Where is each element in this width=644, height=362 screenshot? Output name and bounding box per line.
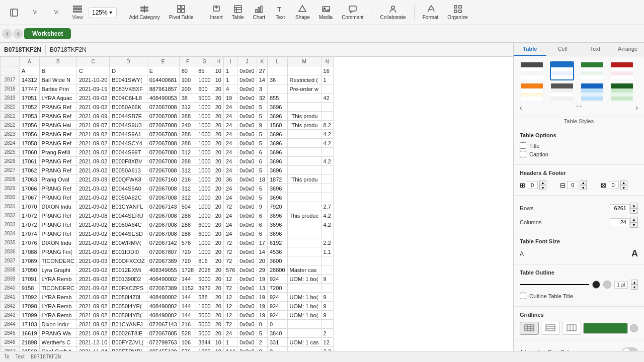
table-cell[interactable]: 17074 <box>20 229 40 238</box>
shape-btn[interactable]: Shape <box>291 3 314 22</box>
table-cell[interactable]: 1.1 <box>321 247 333 256</box>
table-cell[interactable]: 6 <box>257 229 267 238</box>
font-increase-btn[interactable]: A <box>631 248 638 259</box>
table-cell[interactable]: 20 <box>213 139 223 148</box>
table-cell[interactable]: 106 <box>179 338 196 347</box>
table-cell[interactable]: 24 <box>223 157 237 166</box>
table-cell[interactable]: 16619 <box>20 329 40 338</box>
table-cell[interactable]: 24 <box>223 112 237 121</box>
table-cell[interactable]: 0x0x0 <box>237 265 257 275</box>
table-cell[interactable]: 17099 <box>20 311 40 320</box>
table-cell[interactable]: This produc <box>287 211 321 220</box>
table-cell[interactable]: 9 <box>321 275 333 284</box>
view2-btn[interactable]: Vi <box>46 8 66 17</box>
table-cell[interactable]: 17070 <box>20 202 40 211</box>
table-cell[interactable]: 2021-09-09 <box>76 175 109 184</box>
table-cell[interactable]: 20 <box>213 157 223 166</box>
table-cell[interactable] <box>321 284 333 293</box>
table-cell[interactable]: B00FXCZPS <box>110 284 147 293</box>
table-cell[interactable] <box>287 94 321 103</box>
table-cell[interactable]: 072067008 <box>147 112 179 121</box>
table-cell[interactable]: B <box>39 66 76 75</box>
table-cell[interactable]: 072067008 <box>147 130 179 139</box>
table-cell[interactable]: 19 <box>257 311 267 320</box>
table-cell[interactable]: 216 <box>179 175 196 184</box>
table-cell[interactable]: 20 <box>213 84 223 94</box>
table-cell[interactable]: 4 <box>223 84 237 94</box>
table-cell[interactable]: DIXON Indu <box>39 238 76 247</box>
table-cell[interactable]: 1000 <box>196 139 213 148</box>
table-cell[interactable]: Dixon Indu: <box>39 320 76 329</box>
text-btn[interactable]: T Text <box>270 3 290 22</box>
table-cell[interactable]: 2021-12-10 <box>76 338 109 347</box>
table-cell[interactable]: 42 <box>321 94 333 103</box>
table-cell[interactable]: 2021-09-02 <box>76 329 109 338</box>
table-cell[interactable]: 312 <box>179 193 196 202</box>
table-cell[interactable]: B00026T8IE <box>110 329 147 338</box>
table-cell[interactable]: 0 <box>267 347 287 351</box>
table-cell[interactable]: UOM: 1 bo( <box>287 311 321 320</box>
table-cell[interactable]: 240 <box>179 121 196 130</box>
table-cell[interactable]: 4.2 <box>321 130 333 139</box>
table-cell[interactable]: 14 <box>257 247 267 256</box>
table-cell[interactable]: 216 <box>179 320 196 329</box>
table-cell[interactable]: 20 <box>213 220 223 229</box>
table-cell[interactable]: 24 <box>223 184 237 193</box>
outline-pt-down[interactable]: ▼ <box>631 285 638 290</box>
caption-checkbox[interactable] <box>520 151 526 157</box>
comment-btn[interactable]: Comment <box>338 3 367 22</box>
col-header-b[interactable]: B <box>39 57 76 66</box>
table-cell[interactable]: 20 <box>213 166 223 175</box>
table-cell[interactable]: 408490002 <box>147 302 179 311</box>
table-cell[interactable]: B01CYANFL <box>110 202 147 211</box>
table-cell[interactable]: 2021-09-02 <box>76 139 109 148</box>
table-cell[interactable]: 4.2 <box>321 139 333 148</box>
table-cell[interactable]: 19 <box>257 275 267 284</box>
table-cell[interactable] <box>321 166 333 175</box>
table-cell[interactable]: B00OFXCOZ <box>110 256 147 265</box>
table-cell[interactable]: 2021-09-02 <box>76 157 109 166</box>
table-cell[interactable]: Ball Wide N <box>39 75 76 84</box>
table-cell[interactable]: 2021-09-02 <box>76 220 109 229</box>
table-cell[interactable]: 24 <box>223 329 237 338</box>
table-cell[interactable]: 0x0x0 <box>237 139 257 148</box>
table-cell[interactable]: 80 <box>179 66 196 75</box>
table-cell[interactable]: 5000 <box>196 320 213 329</box>
table-cell[interactable]: 072067008 <box>147 193 179 202</box>
table-cell[interactable]: 288 <box>179 220 196 229</box>
table-cell[interactable]: 408349055 <box>147 265 179 275</box>
table-cell[interactable]: 28800 <box>267 265 287 275</box>
table-cell[interactable]: 14 <box>257 75 267 84</box>
table-cell[interactable]: 9 <box>257 202 267 211</box>
table-cell[interactable]: Lyra Graphi <box>39 265 76 275</box>
table-cell[interactable]: 24 <box>223 229 237 238</box>
table-cell[interactable]: 3840 <box>267 329 287 338</box>
table-cell[interactable]: 312 <box>179 184 196 193</box>
table-cell[interactable]: 17072 <box>20 211 40 220</box>
table-cell[interactable]: 29 <box>257 265 267 275</box>
table-cell[interactable]: 4536 <box>267 247 287 256</box>
header-rows-down[interactable]: ▼ <box>539 185 546 190</box>
table-cell[interactable]: 18 <box>257 175 267 184</box>
table-cell[interactable]: 20 <box>213 320 223 329</box>
table-btn[interactable]: Table <box>228 3 248 22</box>
table-cell[interactable]: 072067160 <box>147 175 179 184</box>
table-cell[interactable]: 3600 <box>267 256 287 265</box>
table-cell[interactable]: 6000 <box>196 229 213 238</box>
table-cell[interactable]: 2.7 <box>321 202 333 211</box>
table-cell[interactable]: 19 <box>257 293 267 302</box>
table-cell[interactable] <box>287 202 321 211</box>
table-cell[interactable]: 5000 <box>196 94 213 103</box>
table-cell[interactable]: 17056 <box>20 121 40 130</box>
tab-table[interactable]: Table <box>514 43 546 56</box>
table-cell[interactable]: B0050A62C <box>110 193 147 202</box>
table-cell[interactable]: B0044S9U3 <box>110 121 147 130</box>
table-cell[interactable] <box>287 247 321 256</box>
table-cell[interactable]: 17 <box>257 238 267 247</box>
table-cell[interactable]: 1000 <box>196 121 213 130</box>
table-cell[interactable]: 24 <box>223 166 237 175</box>
table-cell[interactable]: Restricted ( <box>287 75 321 84</box>
table-cell[interactable]: 072067143 <box>147 202 179 211</box>
table-cell[interactable]: 312 <box>179 148 196 157</box>
table-cell[interactable]: B0050A66K <box>110 103 147 112</box>
